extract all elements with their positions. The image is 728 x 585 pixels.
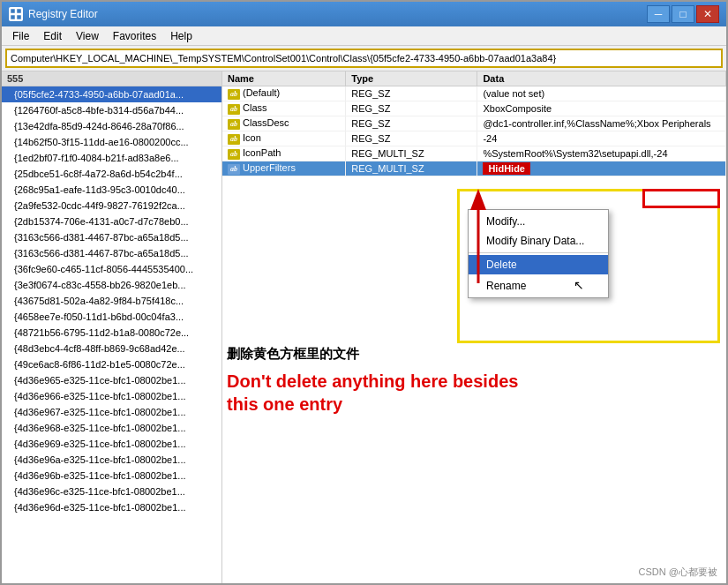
registry-table: Name Type Data ab(Default) REG_SZ (value… — [222, 71, 726, 176]
reg-name: abUpperFilters — [222, 161, 346, 176]
reg-data: (value not set) — [477, 86, 726, 101]
col-type[interactable]: Type — [346, 71, 477, 86]
list-item[interactable]: {49ce6ac8-6f86-11d2-b1e5-0080c72e... — [2, 356, 221, 372]
type-icon: ab — [228, 164, 240, 175]
app-icon — [9, 7, 23, 21]
list-item[interactable]: {3e3f0674-c83c-4558-bb26-9820e1eb... — [2, 277, 221, 293]
list-item[interactable]: {48d3ebc4-4cf8-48ff-b869-9c68ad42e... — [2, 341, 221, 356]
list-item[interactable]: {4d36e968-e325-11ce-bfc1-08002be1... — [2, 420, 221, 436]
list-item[interactable]: {4d36e969-e325-11ce-bfc1-08002be1... — [2, 436, 221, 452]
menu-view[interactable]: View — [69, 28, 106, 44]
list-item[interactable]: {48721b56-6795-11d2-b1a8-0080c72e... — [2, 325, 221, 341]
tree-item-selected[interactable]: {05f5cfe2-4733-4950-a6bb-07aad01a... — [2, 86, 221, 102]
list-item[interactable]: {3163c566-d381-4467-87bc-a65a18d5... — [2, 229, 221, 245]
reg-name: ab(Default) — [222, 86, 346, 101]
reg-type: REG_SZ — [346, 101, 477, 116]
reg-type: REG_SZ — [346, 131, 477, 146]
list-item[interactable]: {4d36e96c-e325-11ce-bfc1-08002be1... — [2, 484, 221, 499]
reg-name: abClassDesc — [222, 116, 346, 131]
close-button[interactable]: ✕ — [696, 5, 719, 23]
menubar: File Edit View Favorites Help — [2, 26, 726, 46]
list-item[interactable]: {4d36e966-e325-11ce-bfc1-08002be1... — [2, 388, 221, 404]
menu-help[interactable]: Help — [163, 28, 199, 44]
reg-data: HidHide — [477, 161, 726, 176]
reg-type: REG_MULTI_SZ — [346, 146, 477, 161]
ctx-modify[interactable]: Modify... — [469, 212, 608, 231]
list-item[interactable]: {14b62f50-3f15-11dd-ae16-0800200cc... — [2, 134, 221, 150]
table-row[interactable]: abIcon REG_SZ -24 — [222, 131, 726, 146]
tree-panel: 555 {05f5cfe2-4733-4950-a6bb-07aad01a...… — [2, 71, 222, 583]
ctx-modify-binary[interactable]: Modify Binary Data... — [469, 231, 608, 251]
list-item[interactable]: {4d36e96a-e325-11ce-bfc1-08002be1... — [2, 452, 221, 468]
reg-data: %SystemRoot%\System32\setupapi.dll,-24 — [477, 146, 726, 161]
list-item[interactable]: {2a9fe532-0cdc-44f9-9827-76192f2ca... — [2, 198, 221, 214]
reg-type: REG_MULTI_SZ — [346, 161, 477, 176]
ctx-rename[interactable]: Rename ↖ — [469, 274, 608, 296]
table-row[interactable]: abClass REG_SZ XboxComposite — [222, 101, 726, 116]
cursor-icon: ↖ — [574, 278, 584, 292]
list-item[interactable]: {4d36e96b-e325-11ce-bfc1-08002be1... — [2, 468, 221, 484]
list-item[interactable]: {36fc9e60-c465-11cf-8056-4445535400... — [2, 261, 221, 277]
reg-name: abClass — [222, 101, 346, 116]
ctx-delete[interactable]: Delete — [469, 255, 608, 274]
list-item[interactable]: {25dbce51-6c8f-4a72-8a6d-b54c2b4f... — [2, 166, 221, 182]
list-item[interactable]: {4d36e967-e325-11ce-bfc1-08002be1... — [2, 404, 221, 420]
type-icon: ab — [228, 119, 240, 130]
reg-name: abIcon — [222, 131, 346, 146]
list-item[interactable]: {3163c566-d381-4467-87bc-a65a18d5... — [2, 245, 221, 261]
titlebar: Registry Editor ─ □ ✕ — [2, 2, 726, 26]
menu-favorites[interactable]: Favorites — [106, 28, 163, 44]
addressbar-path: Computer\HKEY_LOCAL_MACHINE\_TempSYSTEM\… — [11, 53, 556, 64]
tree-header: 555 — [2, 71, 221, 86]
list-item[interactable]: {268c95a1-eafe-11d3-95c3-0010dc40... — [2, 182, 221, 198]
svg-rect-0 — [11, 9, 15, 13]
maximize-button[interactable]: □ — [672, 5, 694, 23]
reg-data: @dc1-controller.inf,%ClassName%;Xbox Per… — [477, 116, 726, 131]
list-item[interactable]: {13e42dfa-85d9-424d-8646-28a70f86... — [2, 118, 221, 134]
list-item[interactable]: {2db15374-706e-4131-a0c7-d7c78eb0... — [2, 214, 221, 229]
reg-name: abIconPath — [222, 146, 346, 161]
type-icon: ab — [228, 149, 240, 160]
reg-type: REG_SZ — [346, 86, 477, 101]
window-title: Registry Editor — [28, 8, 98, 20]
ctx-separator — [469, 252, 608, 253]
list-item[interactable]: {1264760f-a5c8-4bfe-b314-d56a7b44... — [2, 102, 221, 118]
minimize-button[interactable]: ─ — [647, 5, 670, 23]
svg-rect-3 — [17, 15, 21, 19]
watermark: CSDN @心都要被 — [639, 566, 717, 579]
registry-table-scroll[interactable]: Name Type Data ab(Default) REG_SZ (value… — [222, 71, 726, 583]
type-icon: ab — [228, 89, 240, 100]
svg-rect-1 — [17, 9, 21, 13]
window-controls: ─ □ ✕ — [647, 5, 719, 23]
hidhide-value: HidHide — [483, 162, 530, 175]
list-item[interactable]: {43675d81-502a-4a82-9f84-b75f418c... — [2, 293, 221, 309]
list-item[interactable]: {4d36e965-e325-11ce-bfc1-08002be1... — [2, 372, 221, 388]
type-icon: ab — [228, 134, 240, 145]
right-panel: Name Type Data ab(Default) REG_SZ (value… — [222, 71, 726, 583]
col-name[interactable]: Name — [222, 71, 346, 86]
reg-type: REG_SZ — [346, 116, 477, 131]
type-icon: ab — [228, 104, 240, 115]
list-item[interactable]: {4658ee7e-f050-11d1-b6bd-00c04fa3... — [2, 309, 221, 325]
context-menu: Modify... Modify Binary Data... Delete R… — [468, 209, 609, 298]
menu-edit[interactable]: Edit — [36, 28, 69, 44]
table-row[interactable]: abClassDesc REG_SZ @dc1-controller.inf,%… — [222, 116, 726, 131]
list-item[interactable]: {4d36e96d-e325-11ce-bfc1-08002be1... — [2, 499, 221, 515]
addressbar[interactable]: Computer\HKEY_LOCAL_MACHINE\_TempSYSTEM\… — [5, 49, 723, 68]
reg-data: -24 — [477, 131, 726, 146]
main-content: 555 {05f5cfe2-4733-4950-a6bb-07aad01a...… — [2, 71, 726, 583]
titlebar-left: Registry Editor — [9, 7, 98, 21]
list-item[interactable]: {1ed2bf07-f1f0-4084-b21f-ad83a8e6... — [2, 150, 221, 166]
svg-rect-2 — [11, 15, 15, 19]
menu-file[interactable]: File — [5, 28, 36, 44]
table-row[interactable]: ab(Default) REG_SZ (value not set) — [222, 86, 726, 101]
col-data[interactable]: Data — [477, 71, 726, 86]
table-row[interactable]: abIconPath REG_MULTI_SZ %SystemRoot%\Sys… — [222, 146, 726, 161]
reg-data: XboxComposite — [477, 101, 726, 116]
registry-editor-window: Registry Editor ─ □ ✕ File Edit View Fav… — [0, 0, 728, 585]
table-row-upper-filters[interactable]: abUpperFilters REG_MULTI_SZ HidHide — [222, 161, 726, 176]
